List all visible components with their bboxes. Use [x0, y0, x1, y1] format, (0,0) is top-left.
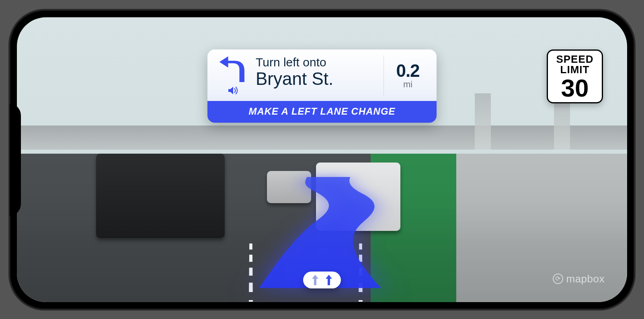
- attribution-icon: ⟳: [553, 274, 563, 284]
- speed-limit-label-line: LIMIT: [560, 64, 590, 76]
- distance-unit: mi: [403, 79, 412, 90]
- distance-value: 0.2: [396, 61, 419, 81]
- maneuver-card-main: Turn left onto Bryant St. 0.2 mi: [207, 49, 437, 101]
- lane-straight-icon: [311, 275, 319, 285]
- lane-straight-icon: [325, 275, 333, 285]
- scene-vehicle: [96, 154, 225, 238]
- map-attribution[interactable]: ⟳ mapbox: [553, 273, 605, 285]
- speed-limit-label: SPEED LIMIT: [551, 54, 599, 75]
- scene-vehicle: [316, 163, 400, 231]
- maneuver-text: Turn left onto Bryant St.: [253, 55, 384, 95]
- maneuver-distance: 0.2 mi: [384, 55, 428, 95]
- maneuver-instruction: Turn left onto: [256, 55, 384, 70]
- phone-frame: Turn left onto Bryant St. 0.2 mi MAKE A …: [8, 9, 636, 311]
- scene-bridge: [17, 126, 627, 150]
- scene-lane-line: [359, 244, 363, 302]
- maneuver-arrow-column: [213, 55, 253, 95]
- attribution-brand: mapbox: [566, 273, 605, 285]
- maneuver-card[interactable]: Turn left onto Bryant St. 0.2 mi MAKE A …: [207, 49, 437, 123]
- sub-instruction-banner: MAKE A LEFT LANE CHANGE: [207, 101, 437, 123]
- speed-limit-sign: SPEED LIMIT 30: [547, 49, 603, 103]
- lane-indicator[interactable]: [303, 272, 341, 288]
- phone-screen: Turn left onto Bryant St. 0.2 mi MAKE A …: [17, 17, 627, 302]
- phone-notch: [8, 103, 21, 216]
- scene-vehicle: [267, 171, 311, 203]
- maneuver-street: Bryant St.: [256, 69, 384, 89]
- scene-lane-line: [249, 244, 253, 302]
- speed-limit-value: 30: [551, 76, 599, 101]
- turn-left-arrow-icon: [217, 55, 249, 83]
- audio-on-icon[interactable]: [228, 86, 239, 95]
